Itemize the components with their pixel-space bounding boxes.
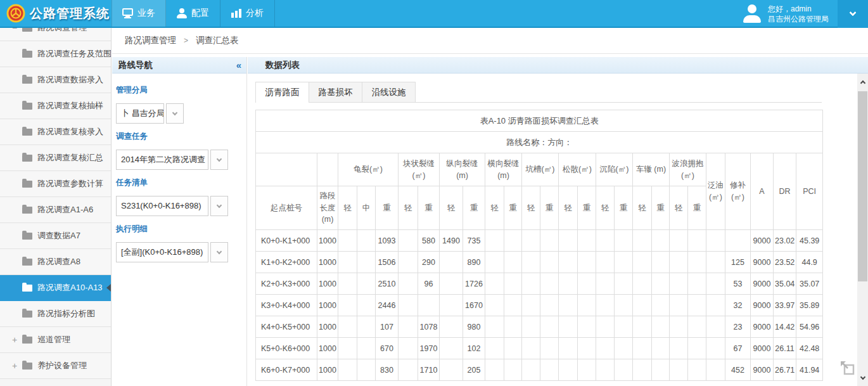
combobox-dropdown-button[interactable] (166, 103, 184, 124)
vertical-scrollbar[interactable] (857, 74, 868, 386)
table-cell (540, 230, 559, 252)
column-subheader: 重 (578, 186, 596, 230)
table-cell (670, 252, 688, 273)
scrollbar-thumb[interactable] (858, 91, 867, 281)
table-cell (440, 273, 463, 295)
folder-icon (22, 311, 32, 318)
nav-item-analysis[interactable]: 分析 (220, 0, 275, 27)
sidebar-item[interactable]: 路况指标分析图 (0, 301, 111, 327)
tab-asphalt-pavement[interactable]: 沥青路面 (255, 82, 309, 102)
folder-icon (22, 51, 32, 58)
combobox-dropdown-button[interactable] (210, 242, 228, 262)
user-menu-toggle[interactable] (838, 0, 868, 28)
sidebar-item[interactable]: 路况调查A1-A6 (0, 197, 111, 223)
route-nav-title: 路线导航 (118, 60, 153, 71)
task-list-combobox[interactable]: S231(K0+0-K16+898) (116, 196, 246, 216)
table-cell: 9000 (751, 338, 774, 359)
table-cell (652, 230, 670, 252)
table-cell (522, 316, 540, 338)
sidebar-item[interactable]: 路况调查任务及范围 (0, 41, 111, 67)
scroll-down-button[interactable] (857, 371, 868, 385)
table-cell (670, 338, 688, 359)
table-cell (652, 295, 670, 316)
user-greeting: 您好，admin (768, 4, 829, 14)
table-cell (522, 252, 540, 273)
column-group-header: 块状裂缝(㎡) (399, 153, 440, 186)
table-cell (540, 252, 559, 273)
table-cell: 26.71 (774, 359, 796, 381)
sidebar-item[interactable]: 路况调查复核汇总 (0, 145, 111, 171)
plus-icon[interactable]: + (11, 362, 18, 370)
table-cell (725, 230, 751, 252)
sidebar-item[interactable]: 路况调查A8 (0, 249, 111, 275)
avatar-icon (743, 4, 762, 23)
column-header: DR (774, 153, 796, 230)
folder-icon (22, 285, 32, 292)
task-combobox[interactable]: 2014年第二次路况调查 (116, 150, 246, 170)
table-cell: 102 (463, 338, 485, 359)
sidebar-item-label: 养护设备管理 (37, 360, 87, 371)
table-cell (578, 273, 596, 295)
table-cell (485, 359, 504, 381)
table-cell (633, 359, 652, 381)
table-cell (357, 359, 376, 381)
table-cell: 23.02 (774, 230, 796, 252)
sidebar-item[interactable]: −路况调查管理 (0, 28, 111, 41)
column-header: 路段长度(m) (317, 186, 338, 230)
sidebar-item[interactable]: 路况调查数据录入 (0, 67, 111, 93)
summary-table-wrap: 表A-10 沥青路面损坏调查汇总表路线名称：方向：龟裂(㎡)块状裂缝(㎡)纵向裂… (255, 110, 868, 381)
field-task-list: 任务清单S231(K0+0-K16+898) (116, 177, 246, 216)
sidebar-item[interactable]: 路况调查A10-A13 (0, 275, 111, 301)
table-cell (357, 338, 376, 359)
table-row: K4+0-K5+0001000107107898023900014.4254.9… (256, 316, 823, 338)
table-cell (652, 359, 670, 381)
table-cell: K2+0-K3+000 (256, 273, 317, 295)
table-cell: 35.89 (796, 295, 823, 316)
table-cell: 980 (463, 316, 485, 338)
column-group-header: 波浪拥抱(㎡) (670, 153, 706, 186)
column-subheader: 重 (652, 186, 670, 230)
table-cell (504, 252, 522, 273)
column-subheader: 重 (615, 186, 633, 230)
combobox-value[interactable]: 卜 昌吉分局 (116, 103, 164, 124)
nav-item-label: 配置 (191, 8, 209, 19)
highway-emblem-icon (6, 4, 25, 23)
expand-icon[interactable] (839, 359, 857, 377)
table-cell: 96 (418, 273, 440, 295)
sidebar-item[interactable]: 路况调查复核录入 (0, 119, 111, 145)
sidebar-item-label: 路况调查A8 (37, 256, 80, 267)
table-cell (578, 230, 596, 252)
nav-item-business[interactable]: 业务 (112, 0, 166, 27)
plus-icon[interactable]: + (11, 336, 18, 344)
combobox-value[interactable]: 2014年第二次路况调查 (116, 150, 208, 170)
table-cell (633, 273, 652, 295)
sidebar-item[interactable]: +巡道管理 (0, 327, 111, 353)
table-cell (540, 338, 559, 359)
combobox-value[interactable]: [全副](K0+0-K16+898) (116, 242, 208, 262)
detail-combobox[interactable]: [全副](K0+0-K16+898) (116, 242, 246, 262)
combobox-dropdown-button[interactable] (210, 150, 228, 170)
scroll-up-button[interactable] (857, 75, 868, 89)
minus-icon[interactable]: − (11, 28, 18, 32)
sidebar-item[interactable]: 路况调查复核抽样 (0, 93, 111, 119)
route-nav-header: 路线导航 « (112, 57, 246, 74)
sidebar-item[interactable]: 路况调查参数计算 (0, 171, 111, 197)
table-title: 表A-10 沥青路面损坏调查汇总表 (256, 110, 823, 132)
nav-item-config[interactable]: 配置 (166, 0, 220, 27)
table-cell (504, 338, 522, 359)
branch-combobox[interactable]: 卜 昌吉分局 (116, 103, 246, 124)
column-header: 修补(㎡) (725, 153, 751, 230)
tab-roadside-facilities[interactable]: 沿线设施 (362, 82, 416, 102)
breadcrumb-item[interactable]: 路况调查管理 (125, 35, 176, 46)
combobox-value[interactable]: S231(K0+0-K16+898) (116, 196, 208, 216)
sidebar-item[interactable]: 调查数据A7 (0, 223, 111, 249)
sidebar-item[interactable]: +养护设备管理 (0, 353, 111, 379)
user-area[interactable]: 您好，admin 昌吉州公路管理局 (743, 0, 838, 28)
collapse-panel-icon[interactable]: « (236, 60, 241, 70)
table-cell (559, 252, 578, 273)
column-group-header: 松散(㎡) (559, 153, 596, 186)
table-cell (652, 338, 670, 359)
column-subheader: 轻 (522, 186, 540, 230)
tab-subgrade-damage[interactable]: 路基损坏 (309, 82, 362, 102)
combobox-dropdown-button[interactable] (210, 196, 228, 216)
